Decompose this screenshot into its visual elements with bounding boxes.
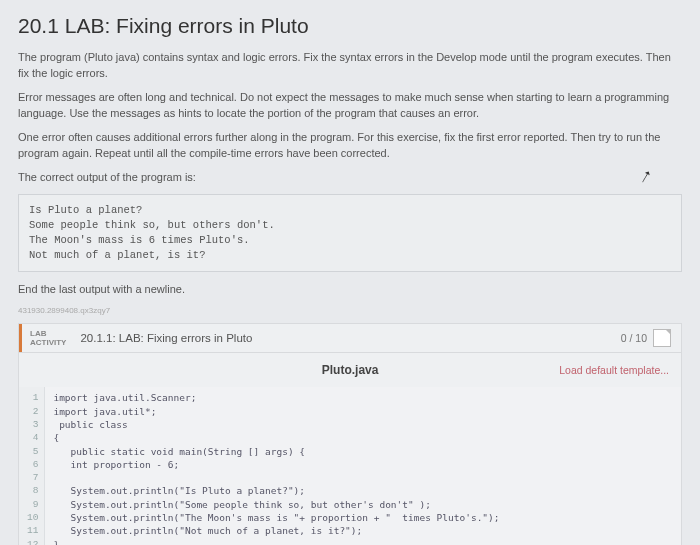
code-text[interactable]: import java.util.Scanner; import java.ut…	[45, 387, 507, 545]
line-number: 7	[27, 471, 38, 484]
lab-score: 0 / 10	[621, 324, 681, 352]
lab-title: 20.1.1: LAB: Fixing errors in Pluto	[74, 324, 620, 352]
file-bar: Pluto.java Load default template...	[19, 353, 681, 387]
after-output-note: End the last output with a newline.	[18, 282, 682, 298]
line-number: 1	[27, 391, 38, 404]
lab-activity-box: LAB ACTIVITY 20.1.1: LAB: Fixing errors …	[18, 323, 682, 545]
line-number: 3	[27, 418, 38, 431]
line-number: 5	[27, 445, 38, 458]
load-default-template-link[interactable]: Load default template...	[559, 364, 669, 376]
filename-label: Pluto.java	[141, 363, 559, 377]
lab-tag-line2: ACTIVITY	[30, 338, 66, 347]
code-editor[interactable]: 1234567891011121314 import java.util.Sca…	[19, 387, 681, 545]
line-number: 9	[27, 498, 38, 511]
intro-paragraph-1: The program (Pluto java) contains syntax…	[18, 50, 682, 82]
expected-output-box: Is Pluto a planet? Some people think so,…	[18, 194, 682, 273]
line-number: 11	[27, 524, 38, 537]
lab-score-text: 0 / 10	[621, 332, 647, 344]
lab-tag-line1: LAB	[30, 329, 66, 338]
line-number: 8	[27, 484, 38, 497]
line-number: 4	[27, 431, 38, 444]
lab-header: LAB ACTIVITY 20.1.1: LAB: Fixing errors …	[19, 324, 681, 353]
lab-tag: LAB ACTIVITY	[19, 324, 74, 352]
line-number: 12	[27, 538, 38, 545]
score-box-icon[interactable]	[653, 329, 671, 347]
tiny-id: 431930.2899408.qx3zqy7	[18, 306, 682, 315]
intro-paragraph-2: Error messages are often long and techni…	[18, 90, 682, 122]
line-number: 2	[27, 405, 38, 418]
intro-paragraph-3: One error often causes additional errors…	[18, 130, 682, 162]
line-number-gutter: 1234567891011121314	[19, 387, 45, 545]
intro-paragraph-4: The correct output of the program is:	[18, 170, 682, 186]
line-number: 10	[27, 511, 38, 524]
page-title: 20.1 LAB: Fixing errors in Pluto	[18, 14, 682, 38]
line-number: 6	[27, 458, 38, 471]
